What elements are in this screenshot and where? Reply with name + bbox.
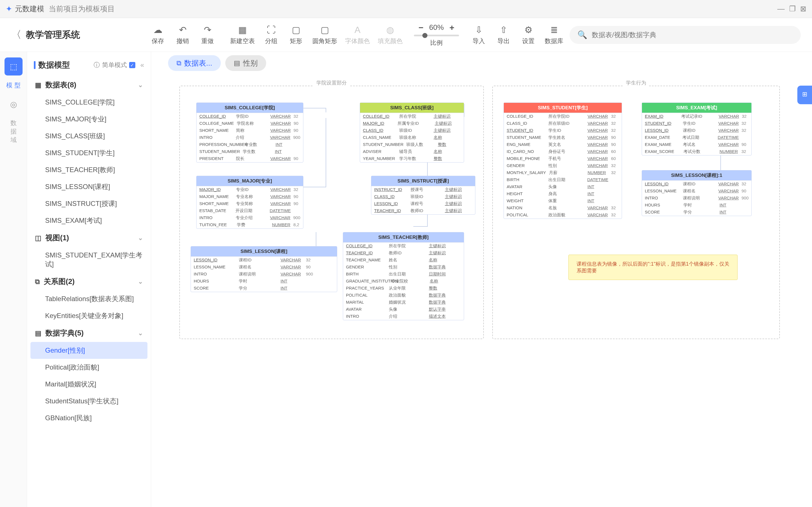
redo-button[interactable]: ↷重做: [199, 24, 216, 45]
save-button[interactable]: ☁保存: [149, 24, 166, 45]
sidebar-item[interactable]: SIMS_INSTRUCT[授课]: [31, 195, 147, 212]
search-box[interactable]: 🔍: [569, 26, 801, 44]
field-row[interactable]: INTRO课程说明VARCHAR900: [191, 271, 337, 278]
entity-instruct[interactable]: SIMS_INSTRUCT[授课] INSTRUCT_ID授课号主键标识CLAS…: [371, 176, 475, 215]
field-row[interactable]: ID_CARD_NO身份证号VARCHAR60: [504, 148, 622, 155]
sidebar-item[interactable]: Political[政治面貌]: [31, 359, 147, 376]
field-row[interactable]: ADVISER辅导员名称: [360, 148, 464, 155]
field-row[interactable]: EXAM_SCORE考试分数NUMBER32: [642, 148, 751, 155]
field-row[interactable]: INTRO课程说明VARCHAR900: [642, 194, 751, 202]
zoom-out-button[interactable]: −: [418, 23, 423, 33]
field-row[interactable]: MARITAL婚姻状况数据字典: [343, 299, 464, 306]
field-row[interactable]: COLLEGE_NAME学院名称VARCHAR90: [197, 120, 303, 127]
field-row[interactable]: COLLEGE_ID所在学院IDVARCHAR32: [504, 113, 622, 120]
field-row[interactable]: COLLEGE_ID学院IDVARCHAR32: [197, 113, 303, 120]
field-row[interactable]: COLLEGE_ID所在学院主键标识: [343, 242, 464, 249]
entity-major[interactable]: SIMS_MAJOR[专业] MAJOR_ID专业IDVARCHAR32MAJO…: [196, 176, 303, 229]
back-icon[interactable]: 〈: [11, 28, 21, 42]
nav-model[interactable]: ⬚: [4, 57, 22, 75]
tab-tables[interactable]: ⧉数据表...: [168, 55, 221, 71]
field-row[interactable]: CLASS_ID班级ID主键标识: [371, 193, 475, 200]
field-row[interactable]: BIRTH出生日期DATETIME: [504, 176, 622, 183]
section-diagrams[interactable]: ⧉ 关系图(2) ⌄: [31, 273, 147, 290]
field-row[interactable]: AVATAR头像INT: [504, 183, 622, 190]
newtable-button[interactable]: ▦新建空表: [230, 24, 255, 45]
checkbox-icon[interactable]: ✓: [129, 62, 135, 68]
field-row[interactable]: STUDENT_NAME学生姓名VARCHAR90: [504, 134, 622, 141]
sidebar-item[interactable]: SIMS_LESSON[课程]: [31, 178, 147, 195]
field-row[interactable]: POLITICAL政治面貌数据字典: [343, 292, 464, 299]
minimize-icon[interactable]: —: [777, 4, 784, 13]
sidebar-item[interactable]: GBNation[民族]: [31, 409, 147, 427]
sidebar-item[interactable]: Gender[性别]: [31, 342, 147, 359]
field-row[interactable]: LESSON_NAME课程名VARCHAR90: [191, 264, 337, 271]
field-row[interactable]: LESSON_ID课程IDVARCHAR32: [191, 257, 337, 264]
field-row[interactable]: GENDER性别数据字典: [343, 264, 464, 271]
field-row[interactable]: SCORE学分INT: [191, 285, 337, 292]
field-row[interactable]: STUDENT_NUMBER班级人数整数: [360, 141, 464, 148]
field-row[interactable]: POLITICAL政治面貌VARCHAR32: [504, 212, 622, 219]
field-row[interactable]: PROFESSION_NUMBER专业数INT: [197, 141, 303, 148]
sidebar-item[interactable]: SIMS_EXAM[考试]: [31, 212, 147, 229]
collapse-icon[interactable]: «: [140, 61, 144, 69]
canvas[interactable]: ⧉数据表... ▤性别 ⊞ 字段库 学院设置部分 学生行为: [151, 52, 812, 507]
field-row[interactable]: TEACHER_ID教师ID主键标识: [343, 249, 464, 257]
field-row[interactable]: INSTRUCT_ID授课号主键标识: [371, 186, 475, 193]
field-row[interactable]: CLASS_ID所在班级IDVARCHAR32: [504, 120, 622, 127]
sidebar-item[interactable]: SIMS_COLLEGE[学院]: [31, 94, 147, 111]
field-row[interactable]: ESTAB_DATE开设日期DATETIME: [197, 207, 303, 214]
field-row[interactable]: HOURS学时INT: [642, 202, 751, 209]
entity-lesson[interactable]: SIMS_LESSON[课程] LESSON_ID课程IDVARCHAR32LE…: [191, 246, 337, 292]
field-row[interactable]: ENG_NAME英文名VARCHAR90: [504, 141, 622, 148]
zoom-slider[interactable]: [414, 35, 459, 36]
entity-class[interactable]: SIMS_CLASS[班级] COLLEGE_ID所在学院主键标识MAJOR_I…: [360, 103, 464, 163]
field-row[interactable]: MAJOR_ID所属专业ID主键标识: [360, 120, 464, 127]
roundrect-button[interactable]: ▢圆角矩形: [312, 24, 337, 45]
sidebar-item[interactable]: SIMS_STUDENT[学生]: [31, 145, 147, 161]
field-row[interactable]: LESSON_ID课程IDVARCHAR32: [642, 180, 751, 187]
sidebar-item[interactable]: Marital[婚姻状况]: [31, 376, 147, 393]
field-row[interactable]: SHORT_NAME专业简称VARCHAR90: [197, 200, 303, 207]
sidebar-item[interactable]: SIMS_CLASS[班级]: [31, 128, 147, 145]
import-button[interactable]: ⇩导入: [470, 24, 487, 45]
field-row[interactable]: WEIGHT体重INT: [504, 198, 622, 205]
field-row[interactable]: INTRO介绍描述文本: [343, 313, 464, 320]
settings-button[interactable]: ⚙设置: [520, 24, 537, 45]
field-row[interactable]: AVATAR头像默认字串: [343, 306, 464, 313]
field-row[interactable]: TEACHER_NAME姓名名称: [343, 257, 464, 264]
field-row[interactable]: LESSON_ID课程IDVARCHAR32: [642, 127, 751, 134]
field-row[interactable]: NATION名族VARCHAR32: [504, 205, 622, 212]
fillcolor-button[interactable]: ◍填充颜色: [378, 24, 403, 45]
entity-lesson2[interactable]: SIMS_LESSON[课程]:1 LESSON_ID课程IDVARCHAR32…: [642, 170, 752, 216]
rect-button[interactable]: ▢矩形: [288, 24, 305, 45]
field-row[interactable]: GENDER性别VARCHAR32: [504, 162, 622, 169]
slider-knob[interactable]: [422, 33, 427, 38]
section-views[interactable]: ◫ 视图(1) ⌄: [31, 229, 147, 247]
field-row[interactable]: LESSON_NAME课程名VARCHAR90: [642, 187, 751, 194]
close-icon[interactable]: ⊠: [800, 4, 806, 13]
field-row[interactable]: PRACTICE_YEARS从业年限整数: [343, 285, 464, 292]
group-button[interactable]: ⛶分组: [263, 25, 280, 45]
field-row[interactable]: TEACHER_ID教师ID主键标识: [371, 207, 475, 214]
field-row[interactable]: YEAR_NUMBER学习年数整数: [360, 155, 464, 162]
sidebar-item[interactable]: SMIS_STUDENT_EXAM[学生考试]: [31, 247, 147, 273]
field-row[interactable]: SCORE学分INT: [642, 209, 751, 216]
maximize-icon[interactable]: ❐: [789, 4, 796, 13]
field-row[interactable]: CLASS_ID班级ID主键标识: [360, 127, 464, 134]
field-row[interactable]: SHORT_NAME简称VARCHAR90: [197, 127, 303, 134]
entity-teacher[interactable]: SIMS_TEACHER[教师] COLLEGE_ID所在学院主键标识TEACH…: [343, 232, 464, 320]
field-row[interactable]: INTRO专业介绍VARCHAR900: [197, 214, 303, 221]
field-row[interactable]: INTRO介绍VARCHAR900: [197, 134, 303, 141]
sidebar-item[interactable]: SIMS_MAJOR[专业]: [31, 111, 147, 128]
field-row[interactable]: TUITION_FEE学费NUMBER8,2: [197, 221, 303, 228]
field-row[interactable]: MAJOR_ID专业IDVARCHAR32: [197, 186, 303, 193]
field-row[interactable]: EXAM_DATE考试日期DATETIME: [642, 134, 751, 141]
field-row[interactable]: LESSON_ID课程号主键标识: [371, 200, 475, 207]
field-row[interactable]: STUDENT_ID学生IDVARCHAR32: [642, 120, 751, 127]
nav-domain[interactable]: ◎: [4, 95, 22, 113]
sidebar-item[interactable]: SIMS_TEACHER[教师]: [31, 161, 147, 178]
field-row[interactable]: PRESIDENT院长VARCHAR90: [197, 155, 303, 162]
undo-button[interactable]: ↶撤销: [174, 24, 191, 45]
field-row[interactable]: STUDENT_NUMBER学生数INT: [197, 148, 303, 155]
export-button[interactable]: ⇧导出: [495, 24, 512, 45]
